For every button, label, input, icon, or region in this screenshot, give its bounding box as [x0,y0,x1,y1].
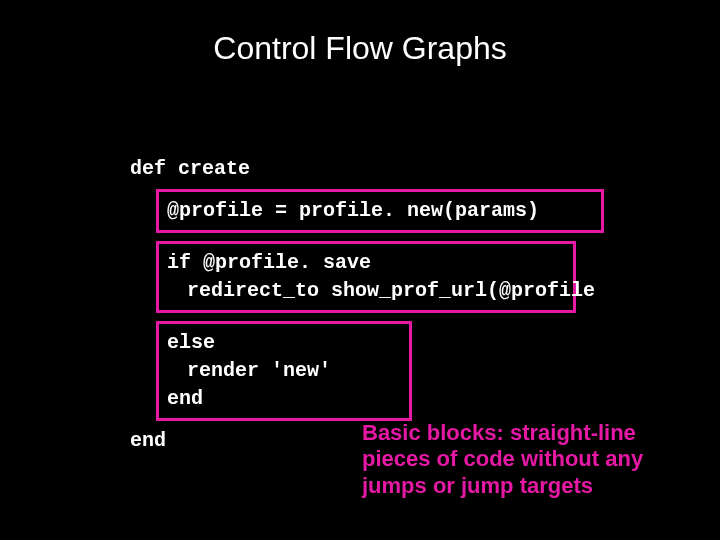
code-region: def create @profile = profile. new(param… [130,155,610,455]
page-title: Control Flow Graphs [0,30,720,67]
basic-block-1: @profile = profile. new(params) [156,189,604,233]
callout-basic-blocks: Basic blocks: straight-line pieces of co… [362,420,697,499]
code-line: if @profile. save [167,249,565,277]
code-line: render 'new' [167,357,401,385]
basic-block-3: else render 'new' end [156,321,412,421]
basic-block-2: if @profile. save redirect_to show_prof_… [156,241,576,313]
code-def: def create [130,155,610,183]
code-line: redirect_to show_prof_url(@profile [167,277,565,305]
code-line: @profile = profile. new(params) [167,197,593,225]
code-line: else [167,329,401,357]
slide: Control Flow Graphs def create @profile … [0,0,720,540]
code-line: end [167,385,401,413]
